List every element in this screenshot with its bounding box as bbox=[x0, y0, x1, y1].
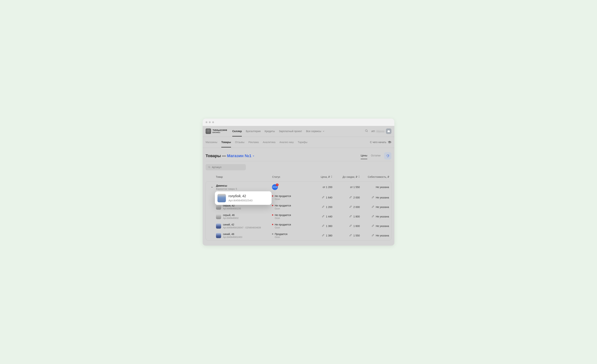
brand-logo[interactable]: ТИНЬКОФФ БИЗНЕС bbox=[206, 129, 227, 134]
edit-icon bbox=[349, 205, 352, 208]
edit-icon bbox=[322, 196, 324, 199]
main-nav-seller[interactable]: Селлер bbox=[232, 126, 242, 136]
products-table: Товар Статус Цена, ₽ До скидки, ₽ Себест… bbox=[206, 174, 391, 241]
table-row[interactable]: синий, 42 Арт.t6456459326547 · OZN904834… bbox=[206, 221, 391, 231]
app-window: ТИНЬКОФФ БИЗНЕС Селлер Бухгалтерия Креди… bbox=[203, 119, 394, 246]
cost-value: Не указана bbox=[376, 225, 389, 228]
cost-value: Не указана bbox=[376, 215, 389, 218]
edit-icon bbox=[372, 234, 374, 237]
col-cost: Себестоимость, ₽ bbox=[360, 175, 389, 178]
subnav-niche-analysis[interactable]: Анализ ниш bbox=[279, 137, 294, 147]
edit-icon bbox=[372, 196, 374, 199]
status-dot-icon bbox=[272, 224, 273, 225]
subnav-advertising[interactable]: Реклама bbox=[248, 137, 259, 147]
search-icon bbox=[208, 166, 211, 168]
help-link-label: С чего начать bbox=[370, 141, 386, 144]
main-nav-salary[interactable]: Зарплатный проект bbox=[279, 126, 302, 136]
main-nav-credits[interactable]: Кредиты bbox=[265, 126, 275, 136]
chevron-down-icon bbox=[323, 130, 324, 133]
table-header-row: Товар Статус Цена, ₽ До скидки, ₽ Себест… bbox=[206, 174, 391, 180]
edit-icon bbox=[372, 205, 374, 208]
table-row[interactable]: серый, 46 Арт.t645645932 Не продается Oz… bbox=[206, 212, 391, 221]
price-cell[interactable]: 1 440 bbox=[309, 215, 332, 218]
edit-icon bbox=[322, 205, 324, 208]
product-popover: голубой, 42 Арт.t645645932543 bbox=[215, 191, 272, 205]
sku-search-input[interactable] bbox=[212, 166, 244, 169]
traffic-light-close[interactable] bbox=[206, 121, 207, 123]
group-before-discount: от 1 550 bbox=[332, 186, 360, 189]
subnav-analytics[interactable]: Аналитика bbox=[263, 137, 275, 147]
traffic-light-minimize[interactable] bbox=[209, 121, 211, 123]
store-dropdown-label: Магазин №1 bbox=[227, 153, 251, 158]
col-before-discount[interactable]: До скидки, ₽ bbox=[332, 175, 360, 178]
popover-sku: Арт.t645645932543 bbox=[228, 199, 253, 202]
edit-icon bbox=[349, 224, 352, 228]
window-titlebar bbox=[203, 119, 394, 126]
cost-cell[interactable]: Не указана bbox=[360, 205, 389, 208]
sort-icon bbox=[331, 175, 332, 178]
edit-icon bbox=[322, 215, 324, 218]
before-discount-cell[interactable]: 1 600 bbox=[332, 224, 360, 228]
collapse-toggle[interactable] bbox=[208, 186, 216, 188]
table-row[interactable]: голубой, 42 Арт.t645645932543 Не продает… bbox=[206, 193, 391, 202]
group-header-row[interactable]: Джинсы Вариантов товара: 5 OZON ! от 1 2… bbox=[206, 182, 391, 193]
status-dot-icon bbox=[272, 195, 273, 197]
edit-icon bbox=[322, 224, 324, 228]
cost-cell[interactable]: Не указана bbox=[360, 196, 389, 199]
main-nav: Селлер Бухгалтерия Кредиты Зарплатный пр… bbox=[232, 126, 365, 136]
edit-icon bbox=[372, 215, 374, 218]
sku-search[interactable] bbox=[206, 164, 246, 170]
cost-cell[interactable]: Не указана bbox=[360, 234, 389, 237]
subnav-reviews[interactable]: Отзывы bbox=[235, 137, 244, 147]
product-thumbnail bbox=[216, 214, 221, 219]
refresh-button[interactable] bbox=[384, 152, 391, 159]
before-discount-cell[interactable]: 2 000 bbox=[332, 205, 360, 208]
before-discount-cell[interactable]: 1 800 bbox=[332, 215, 360, 218]
col-price[interactable]: Цена, ₽ bbox=[309, 175, 332, 178]
traffic-light-zoom[interactable] bbox=[212, 121, 214, 123]
main-nav-accounting[interactable]: Бухгалтерия bbox=[246, 126, 261, 136]
status-dot-icon bbox=[272, 214, 273, 216]
before-discount-cell[interactable]: 1 550 bbox=[332, 234, 360, 237]
help-link[interactable]: С чего начать bbox=[370, 141, 391, 144]
account-menu[interactable]: ИП Иванов bbox=[371, 129, 391, 134]
subnav-stores[interactable]: Магазины bbox=[206, 137, 217, 147]
status-store: Ozon bbox=[275, 207, 309, 210]
price-cell[interactable]: 1 360 bbox=[309, 224, 332, 228]
subnav-tariffs[interactable]: Тарифы bbox=[298, 137, 307, 147]
subnav-products[interactable]: Товары bbox=[221, 137, 231, 147]
before-discount-cell[interactable]: 2 000 bbox=[332, 196, 360, 199]
before-discount-value: 2 000 bbox=[353, 196, 360, 199]
page-title: Товары — bbox=[206, 153, 226, 158]
price-value: 1 640 bbox=[326, 196, 332, 199]
global-search-button[interactable] bbox=[365, 129, 368, 133]
price-value: 1 440 bbox=[326, 215, 332, 218]
price-cell[interactable]: 1 640 bbox=[309, 196, 332, 199]
chevron-up-icon bbox=[211, 186, 213, 188]
group-price: от 1 200 bbox=[309, 186, 332, 189]
top-bar: ТИНЬКОФФ БИЗНЕС Селлер Бухгалтерия Креди… bbox=[203, 126, 394, 137]
before-discount-value: 1 800 bbox=[353, 215, 360, 218]
main-nav-all-services[interactable]: Все сервисы bbox=[306, 126, 325, 136]
graduation-cap-icon bbox=[388, 141, 391, 144]
cost-cell[interactable]: Не указана bbox=[360, 215, 389, 218]
briefcase-icon bbox=[386, 129, 391, 134]
store-dropdown[interactable]: Магазин №1 bbox=[227, 153, 255, 158]
edit-icon bbox=[349, 215, 352, 218]
refresh-icon bbox=[386, 154, 389, 158]
brand-title: ТИНЬКОФФ bbox=[212, 129, 227, 131]
group-cost: Не указана bbox=[360, 186, 389, 189]
table-row[interactable]: синий, 48 Арт.t645645932453 Продается Oz… bbox=[206, 231, 391, 240]
marketplace-badge[interactable]: OZON ! bbox=[272, 184, 278, 190]
main-nav-all-services-label: Все сервисы bbox=[306, 130, 321, 133]
tab-stock[interactable]: Остатки bbox=[371, 152, 380, 159]
price-value: 1 200 bbox=[326, 205, 332, 208]
price-cell[interactable]: 1 200 bbox=[309, 205, 332, 208]
popover-title: голубой, 42 bbox=[228, 194, 253, 198]
cost-cell[interactable]: Не указана bbox=[360, 224, 389, 228]
price-cell[interactable]: 1 380 bbox=[309, 234, 332, 237]
sub-nav: Магазины Товары Отзывы Реклама Аналитика… bbox=[203, 137, 394, 148]
price-value: 1 380 bbox=[326, 234, 332, 237]
tab-prices[interactable]: Цены bbox=[361, 152, 367, 159]
product-thumbnail bbox=[216, 223, 221, 229]
